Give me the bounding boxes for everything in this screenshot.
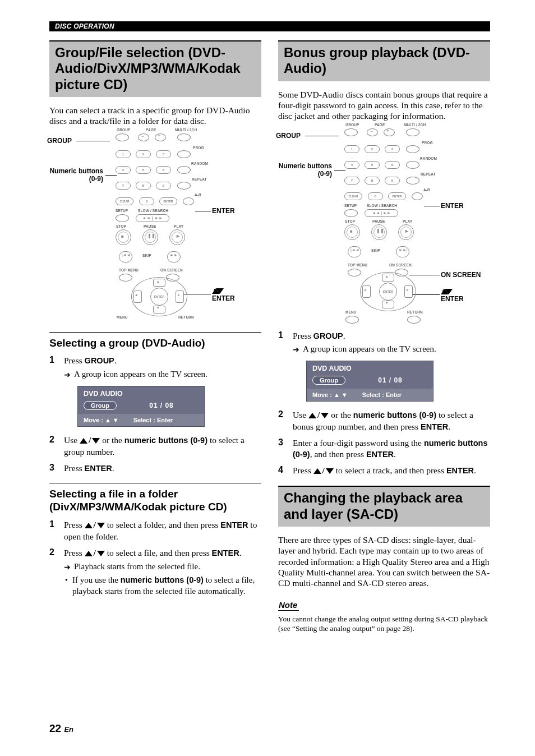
svg-marker-6	[85, 551, 93, 556]
svg-marker-1	[216, 288, 224, 294]
right-title-bonus: Bonus group playback (DVD-Audio)	[278, 40, 490, 81]
osd-left: DVD AUDIO Group 01 / 08 Move : ▲ ▼ Selec…	[77, 386, 205, 427]
left-title: Group/File selection (DVD-Audio/DivX/MP3…	[49, 40, 261, 97]
left-b-step1: 1 Press / to select a folder, and then p…	[49, 519, 261, 543]
callout-group-r: GROUP	[276, 132, 301, 140]
callout-updown-enter: / ENTER	[212, 288, 235, 302]
callout-onscreen-r: ON SCREEN	[441, 271, 481, 279]
left-column: Group/File selection (DVD-Audio/DivX/MP3…	[49, 40, 261, 634]
down-triangle-icon	[92, 438, 100, 444]
heading-select-file: Selecting a file in a folder (DivX/MP3/W…	[49, 483, 261, 514]
page-number: 22 En	[49, 722, 73, 735]
note-label: Note	[278, 600, 299, 611]
callout-group: GROUP	[47, 137, 72, 145]
right-step1: 1 Press GROUP. ➜ A group icon appears on…	[278, 330, 490, 355]
callout-updown-enter-r: / ENTER	[441, 289, 464, 302]
result-arrow-icon: ➜	[64, 562, 71, 572]
right-step3: 3 Enter a four-digit password using the …	[278, 437, 490, 460]
remote-drawing-r: GROUP PAGE MULTI / 2CH − + PROG 1 2 3 RA…	[340, 127, 435, 312]
down-triangle-icon	[321, 413, 329, 418]
heading-select-group: Selecting a group (DVD-Audio)	[49, 332, 261, 350]
down-triangle-icon	[97, 551, 105, 556]
bullet-icon: •	[65, 575, 68, 586]
right-column: Bonus group playback (DVD-Audio) Some DV…	[278, 40, 490, 634]
right-intro2: There are three types of SA-CD discs: si…	[278, 534, 490, 589]
remote-figure-right: GROUP Numeric buttons (0-9) ENTER ON SCR…	[278, 127, 490, 327]
left-a-step1: 1 Press GROUP. ➜ A group icon appears on…	[49, 355, 261, 380]
up-triangle-icon	[308, 413, 316, 418]
callout-numeric: Numeric buttons (0-9)	[47, 167, 103, 183]
remote-figure-left: GROUP Numeric buttons (0-9) ENTER / ENTE…	[49, 132, 261, 323]
down-triangle-icon	[445, 289, 453, 294]
remote-drawing: GROUP PAGE MULTI / 2CH − + PROG 1 2 3	[111, 132, 206, 317]
callout-numeric-r: Numeric buttons (0-9)	[276, 162, 332, 178]
right-intro1: Some DVD-Audio discs contain bonus group…	[278, 89, 490, 122]
right-title-sacd: Changing the playback area and layer (SA…	[278, 486, 490, 527]
svg-marker-11	[321, 413, 329, 418]
right-step4: 4 Press / to select a track, and then pr…	[278, 465, 490, 477]
result-arrow-icon: ➜	[293, 344, 299, 354]
callout-enter-side: ENTER	[212, 207, 235, 215]
callout-enter-side-r: ENTER	[441, 202, 464, 210]
left-a-step3: 3 Press ENTER.	[49, 463, 261, 474]
section-header: DISC OPERATION	[49, 21, 490, 31]
up-triangle-icon	[85, 523, 93, 528]
svg-marker-2	[80, 438, 87, 444]
left-intro: You can select a track in a specific gro…	[49, 105, 261, 127]
svg-marker-12	[313, 468, 321, 474]
left-b-step2: 2 Press / to select a file, and then pre…	[49, 547, 261, 597]
svg-marker-10	[308, 413, 316, 418]
right-step2: 2 Use / or the numeric buttons (0-9) to …	[278, 409, 490, 433]
svg-marker-3	[92, 438, 100, 444]
up-triangle-icon	[80, 438, 87, 444]
down-triangle-icon	[216, 288, 224, 294]
result-arrow-icon: ➜	[64, 370, 71, 380]
svg-marker-4	[85, 523, 93, 528]
osd-right: DVD AUDIO Group 01 / 08 Move : ▲ ▼ Selec…	[306, 361, 433, 402]
note-body: You cannot change the analog output sett…	[278, 614, 490, 634]
left-a-step2: 2 Use / or the numeric buttons (0-9) to …	[49, 435, 261, 458]
down-triangle-icon	[97, 523, 105, 528]
up-triangle-icon	[85, 551, 93, 556]
svg-marker-7	[97, 551, 105, 556]
svg-marker-9	[445, 289, 453, 294]
svg-marker-5	[97, 523, 105, 528]
up-triangle-icon	[313, 468, 321, 474]
down-triangle-icon	[326, 468, 334, 474]
svg-marker-13	[326, 468, 334, 474]
